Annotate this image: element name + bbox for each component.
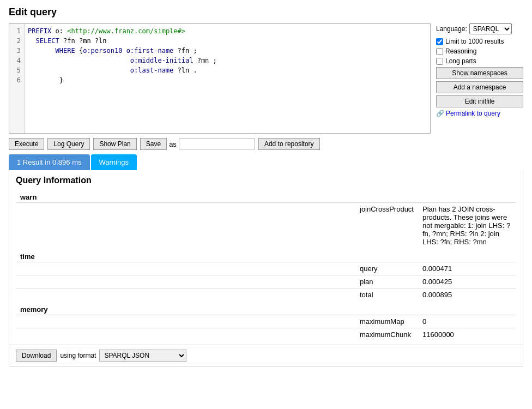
reasoning-checkbox-row[interactable]: Reasoning <box>436 47 523 55</box>
permalink-link[interactable]: 🔗 Permalink to query <box>436 110 523 117</box>
query-editor[interactable]: 1 2 3 4 5 6 PREFIX o: <http://www.franz.… <box>9 24 430 133</box>
tabs-row: 1 Result in 0.896 ms Warnings <box>9 154 523 170</box>
edit-initfile-button[interactable]: Edit initfile <box>436 95 523 107</box>
as-label: as <box>169 140 177 148</box>
execute-button[interactable]: Execute <box>9 138 44 150</box>
results-inner: Query Information warn joinCrossProduct … <box>9 170 523 345</box>
table-row: query 0.000471 <box>16 262 516 275</box>
sidebar-options: Language: SPARQL PROLOG Limit to 1000 re… <box>436 23 523 134</box>
section-memory: memory <box>16 301 516 315</box>
language-label: Language: <box>436 25 467 33</box>
link-icon: 🔗 <box>436 110 444 117</box>
table-row: plan 0.000425 <box>16 275 516 288</box>
toolbar-row: Execute Log Query Show Plan Save as Add … <box>9 138 523 150</box>
section-warn: warn <box>16 189 516 203</box>
save-button[interactable]: Save <box>140 138 167 150</box>
limit-checkbox-row[interactable]: Limit to 1000 results <box>436 38 523 45</box>
reasoning-label: Reasoning <box>445 47 476 55</box>
section-time: time <box>16 248 516 262</box>
add-to-repository-button[interactable]: Add to repository <box>258 138 320 150</box>
long-parts-checkbox-row[interactable]: Long parts <box>436 57 523 65</box>
log-query-button[interactable]: Log Query <box>47 138 90 150</box>
add-namespace-button[interactable]: Add a namespace <box>436 81 523 93</box>
tab-result[interactable]: 1 Result in 0.896 ms <box>9 154 90 170</box>
format-select[interactable]: SPARQL JSON SPARQL XML RDF/XML N-Triples… <box>99 350 186 362</box>
page-title: Edit query <box>9 7 523 18</box>
editor-section: 1 2 3 4 5 6 PREFIX o: <http://www.franz.… <box>9 23 523 134</box>
language-select[interactable]: SPARQL PROLOG <box>469 23 512 34</box>
permalink-row: 🔗 Permalink to query <box>436 110 523 117</box>
results-section: Query Information warn joinCrossProduct … <box>9 170 523 366</box>
download-button[interactable]: Download <box>16 350 57 362</box>
table-row: maximumMap 0 <box>16 315 516 328</box>
show-plan-button[interactable]: Show Plan <box>93 138 136 150</box>
table-row: maximumChunk 11600000 <box>16 328 516 341</box>
limit-label: Limit to 1000 results <box>445 38 504 45</box>
query-editor-wrapper: 1 2 3 4 5 6 PREFIX o: <http://www.franz.… <box>9 23 431 134</box>
save-as-row: Save as <box>140 138 255 150</box>
save-name-input[interactable] <box>179 139 255 149</box>
query-info-table: warn joinCrossProduct Plan has 2 JOIN cr… <box>16 189 516 345</box>
show-namespaces-button[interactable]: Show namespaces <box>436 67 523 79</box>
reasoning-checkbox[interactable] <box>436 48 443 55</box>
code-area[interactable]: PREFIX o: <http://www.franz.com/simple#>… <box>25 24 430 133</box>
long-parts-label: Long parts <box>445 57 476 65</box>
language-row: Language: SPARQL PROLOG <box>436 23 523 34</box>
long-parts-checkbox[interactable] <box>436 58 443 65</box>
tab-warnings[interactable]: Warnings <box>91 154 137 170</box>
table-row: total 0.000895 <box>16 288 516 302</box>
query-info-title: Query Information <box>16 176 516 185</box>
download-row: Download using format SPARQL JSON SPARQL… <box>9 345 523 366</box>
limit-checkbox[interactable] <box>436 38 443 45</box>
using-label: using format <box>60 352 96 359</box>
section-other: other <box>16 341 516 345</box>
line-numbers: 1 2 3 4 5 6 <box>9 24 25 133</box>
table-row: joinCrossProduct Plan has 2 JOIN cross-p… <box>16 203 516 249</box>
